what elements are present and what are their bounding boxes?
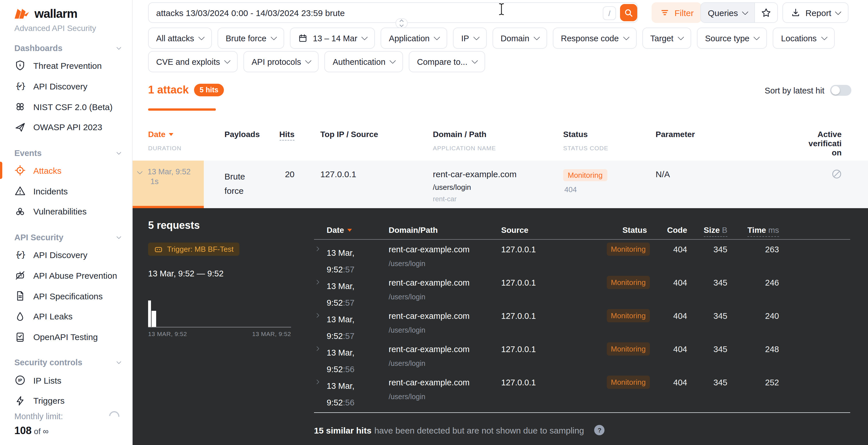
sidebar-item-openapi-testing[interactable]: OpenAPI Testing bbox=[0, 327, 132, 347]
sidebar-section-api-security[interactable]: API Security bbox=[0, 230, 132, 245]
sidebar-item-api-abuse-prevention[interactable]: API Abuse Prevention bbox=[0, 265, 132, 285]
target-icon bbox=[14, 165, 26, 176]
request-row[interactable]: 13 Mar,9:52:57 rent-car-example.com/user… bbox=[314, 309, 850, 342]
chip-label: Target bbox=[650, 34, 674, 43]
sidebar-item-label: OpenAPI Testing bbox=[33, 332, 98, 342]
sidebar-item-api-discovery-2[interactable]: { } API Discovery bbox=[0, 244, 132, 265]
chevron-right-icon[interactable] bbox=[315, 280, 319, 285]
chip-application[interactable]: Application bbox=[381, 28, 447, 49]
sidebar-item-threat-prevention[interactable]: Threat Prevention bbox=[0, 55, 132, 76]
shortcut-hint: / bbox=[603, 6, 616, 20]
queries-button[interactable]: Queries bbox=[701, 3, 754, 22]
sidebar-section-events[interactable]: Events bbox=[0, 146, 132, 160]
chip-target[interactable]: Target bbox=[642, 28, 691, 49]
trigger-chip[interactable]: Trigger: MB BF-Test bbox=[148, 243, 239, 256]
request-size: 345 bbox=[687, 245, 727, 254]
chevron-down-icon bbox=[472, 57, 478, 64]
sidebar-item-nist-csf[interactable]: NIST CSF 2.0 (Beta) bbox=[0, 96, 132, 117]
attack-duration: 1s bbox=[150, 177, 159, 186]
request-row[interactable]: 13 Mar,9:52:56 rent-car-example.com/user… bbox=[314, 376, 850, 409]
chevron-down-icon bbox=[754, 34, 761, 40]
req-header-code: Code bbox=[647, 226, 687, 235]
chip-compare-to[interactable]: Compare to... bbox=[409, 51, 485, 72]
chip-label: API protocols bbox=[251, 57, 301, 66]
robot-slash-icon bbox=[14, 270, 26, 281]
chevron-right-icon[interactable] bbox=[315, 380, 319, 384]
active-verification-cell[interactable] bbox=[832, 169, 842, 179]
chip-brute-force[interactable]: Brute force bbox=[218, 28, 284, 49]
attack-row[interactable]: 13 Mar, 9:52 1s Brute force 20 127.0.0.1… bbox=[133, 161, 868, 208]
chip-ip[interactable]: IP bbox=[453, 28, 487, 49]
chip-response-code[interactable]: Response code bbox=[553, 28, 637, 49]
attack-row-date-cell[interactable]: 13 Mar, 9:52 1s bbox=[133, 161, 204, 208]
chip-label: Brute force bbox=[226, 34, 267, 43]
status-badge: Monitoring bbox=[563, 169, 607, 181]
chevron-down-icon bbox=[361, 34, 368, 40]
chip-cve-exploits[interactable]: CVE and exploits bbox=[148, 51, 238, 72]
request-row[interactable]: 13 Mar,9:52:57 rent-car-example.com/user… bbox=[314, 276, 850, 309]
request-row[interactable]: 13 Mar,9:52:56 rent-car-example.com/user… bbox=[314, 342, 850, 376]
sort-toggle[interactable] bbox=[830, 85, 851, 96]
clover-icon bbox=[14, 101, 26, 112]
sidebar-item-label: OWASP API 2023 bbox=[33, 123, 102, 132]
chip-api-protocols[interactable]: API protocols bbox=[243, 51, 319, 72]
help-icon[interactable]: ? bbox=[594, 425, 605, 435]
svg-text:IP: IP bbox=[18, 378, 22, 382]
sidebar-item-owasp-api[interactable]: OWASP API 2023 bbox=[0, 117, 132, 138]
favorite-button[interactable] bbox=[754, 3, 777, 22]
sidebar: wallarm Advanced API Security Dashboards… bbox=[0, 0, 133, 445]
request-source: 127.0.0.1 bbox=[501, 311, 536, 320]
sidebar-item-triggers[interactable]: Triggers bbox=[0, 390, 132, 411]
request-row[interactable]: 13 Mar,9:52:57 rent-car-example.com/user… bbox=[314, 243, 850, 276]
chip-domain[interactable]: Domain bbox=[493, 28, 547, 49]
request-status: Monitoring bbox=[607, 243, 647, 256]
column-header-status: Status bbox=[563, 130, 588, 139]
logo[interactable]: wallarm bbox=[0, 0, 132, 21]
search-input[interactable] bbox=[148, 2, 638, 23]
attack-status-cell: Monitoring 404 bbox=[563, 169, 607, 194]
sidebar-item-vulnerabilities[interactable]: Vulnerabilities bbox=[0, 201, 132, 222]
chevron-right-icon[interactable] bbox=[315, 313, 319, 318]
sidebar-item-api-leaks[interactable]: API Leaks bbox=[0, 306, 132, 327]
sidebar-item-incidents[interactable]: Incidents bbox=[0, 181, 132, 201]
search-expand-handle[interactable] bbox=[396, 19, 408, 28]
req-header-size[interactable]: Size B bbox=[687, 226, 727, 235]
column-header-date[interactable]: Date bbox=[148, 130, 174, 139]
chip-source-type[interactable]: Source type bbox=[697, 28, 767, 49]
filter-chips-row-1: All attacks Brute force 13 – 14 Mar Appl… bbox=[148, 28, 834, 49]
braces-check-icon: { } bbox=[14, 249, 26, 260]
chip-locations[interactable]: Locations bbox=[773, 28, 834, 49]
star-icon bbox=[761, 7, 771, 18]
queries-label: Queries bbox=[708, 8, 738, 18]
section-label: API Security bbox=[14, 233, 63, 242]
calendar-icon bbox=[298, 33, 308, 43]
search-button[interactable] bbox=[620, 4, 637, 21]
req-header-time[interactable]: Time ms bbox=[727, 226, 779, 235]
axis-end-label: 13 MAR, 9:52 bbox=[252, 330, 291, 337]
header-label: Time bbox=[747, 226, 766, 235]
sidebar-item-api-discovery[interactable]: { } API Discovery bbox=[0, 76, 132, 96]
column-header-hits[interactable]: Hits bbox=[254, 130, 294, 139]
req-header-date[interactable]: Date bbox=[327, 226, 352, 235]
chip-all-attacks[interactable]: All attacks bbox=[148, 28, 212, 49]
sidebar-section-dashboards[interactable]: Dashboards bbox=[0, 41, 132, 55]
sidebar-section-security-controls[interactable]: Security controls bbox=[0, 355, 132, 370]
chevron-right-icon[interactable] bbox=[315, 346, 319, 351]
chip-authentication[interactable]: Authentication bbox=[324, 51, 403, 72]
chevron-down-icon bbox=[305, 57, 312, 64]
slash-circle-icon bbox=[832, 169, 842, 179]
attack-application: rent-car bbox=[433, 195, 517, 203]
sidebar-item-api-specifications[interactable]: API Specifications bbox=[0, 285, 132, 306]
sidebar-item-attacks[interactable]: Attacks bbox=[0, 160, 132, 181]
request-detail-panel: 5 requests Trigger: MB BF-Test 13 Mar, 9… bbox=[133, 208, 868, 445]
brand-name: wallarm bbox=[34, 7, 77, 21]
filter-button[interactable]: Filter bbox=[652, 2, 702, 23]
report-button[interactable]: Report bbox=[782, 2, 848, 23]
sort-label: Sort by latest hit bbox=[765, 86, 825, 95]
chevron-down-icon bbox=[137, 169, 143, 174]
sidebar-item-ip-lists[interactable]: IP IP Lists bbox=[0, 370, 132, 390]
chevron-right-icon[interactable] bbox=[315, 247, 319, 251]
spinner-icon bbox=[107, 409, 122, 424]
chevron-down-icon bbox=[742, 9, 748, 15]
chip-date-range[interactable]: 13 – 14 Mar bbox=[290, 28, 375, 49]
